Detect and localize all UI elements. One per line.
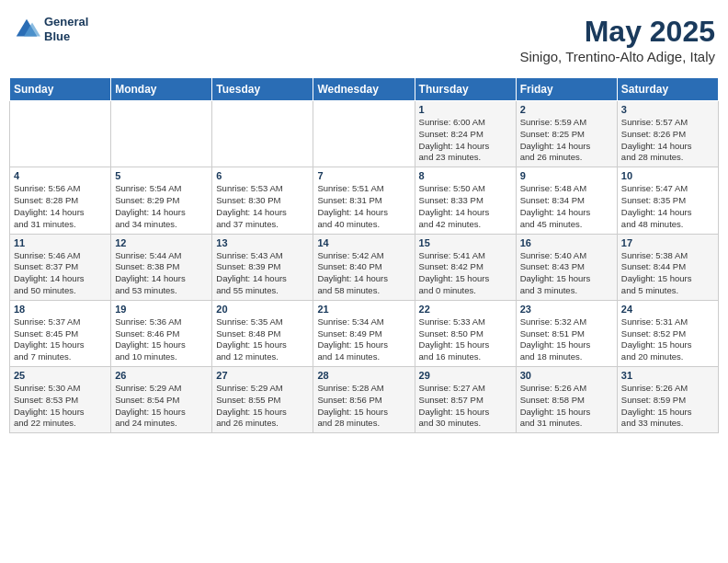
- day-info: Sunrise: 5:29 AM Sunset: 8:54 PM Dayligh…: [115, 383, 208, 430]
- day-info: Sunrise: 5:28 AM Sunset: 8:56 PM Dayligh…: [317, 383, 410, 430]
- day-cell: 8Sunrise: 5:50 AM Sunset: 8:33 PM Daylig…: [415, 167, 516, 234]
- day-cell: 9Sunrise: 5:48 AM Sunset: 8:34 PM Daylig…: [516, 167, 617, 234]
- day-info: Sunrise: 5:32 AM Sunset: 8:51 PM Dayligh…: [520, 316, 613, 363]
- day-number: 6: [216, 170, 309, 181]
- title-section: May 2025 Sinigo, Trentino-Alto Adige, It…: [519, 15, 715, 64]
- day-cell: 17Sunrise: 5:38 AM Sunset: 8:44 PM Dayli…: [617, 234, 718, 300]
- day-cell: 11Sunrise: 5:46 AM Sunset: 8:37 PM Dayli…: [10, 234, 111, 300]
- day-cell: 6Sunrise: 5:53 AM Sunset: 8:30 PM Daylig…: [212, 167, 313, 234]
- day-info: Sunrise: 5:38 AM Sunset: 8:44 PM Dayligh…: [621, 250, 714, 297]
- day-number: 14: [317, 237, 410, 248]
- day-info: Sunrise: 5:59 AM Sunset: 8:25 PM Dayligh…: [520, 117, 613, 164]
- day-info: Sunrise: 5:27 AM Sunset: 8:57 PM Dayligh…: [419, 383, 512, 430]
- day-info: Sunrise: 5:50 AM Sunset: 8:33 PM Dayligh…: [419, 183, 512, 230]
- day-info: Sunrise: 5:33 AM Sunset: 8:50 PM Dayligh…: [419, 316, 512, 363]
- day-cell: 21Sunrise: 5:34 AM Sunset: 8:49 PM Dayli…: [313, 300, 415, 366]
- day-cell: 20Sunrise: 5:35 AM Sunset: 8:48 PM Dayli…: [212, 300, 313, 366]
- day-cell: 1Sunrise: 6:00 AM Sunset: 8:24 PM Daylig…: [415, 101, 516, 167]
- day-number: 7: [317, 170, 410, 181]
- day-cell: 15Sunrise: 5:41 AM Sunset: 8:42 PM Dayli…: [415, 234, 516, 300]
- day-info: Sunrise: 5:34 AM Sunset: 8:49 PM Dayligh…: [317, 316, 410, 363]
- day-number: 20: [216, 304, 309, 315]
- day-info: Sunrise: 5:36 AM Sunset: 8:46 PM Dayligh…: [115, 316, 208, 363]
- day-cell: 10Sunrise: 5:47 AM Sunset: 8:35 PM Dayli…: [617, 167, 718, 234]
- day-info: Sunrise: 5:41 AM Sunset: 8:42 PM Dayligh…: [419, 250, 512, 297]
- day-cell: 31Sunrise: 5:26 AM Sunset: 8:59 PM Dayli…: [617, 367, 718, 433]
- day-number: 1: [419, 104, 512, 115]
- day-number: 28: [317, 370, 410, 381]
- day-number: 30: [520, 370, 613, 381]
- day-cell: 22Sunrise: 5:33 AM Sunset: 8:50 PM Dayli…: [415, 300, 516, 366]
- week-row-1: 1Sunrise: 6:00 AM Sunset: 8:24 PM Daylig…: [10, 101, 719, 167]
- day-info: Sunrise: 5:30 AM Sunset: 8:53 PM Dayligh…: [14, 383, 107, 430]
- week-row-4: 18Sunrise: 5:37 AM Sunset: 8:45 PM Dayli…: [10, 300, 719, 366]
- logo-text: General Blue: [44, 15, 88, 43]
- day-cell: 18Sunrise: 5:37 AM Sunset: 8:45 PM Dayli…: [10, 300, 111, 366]
- calendar-header: SundayMondayTuesdayWednesdayThursdayFrid…: [10, 78, 719, 101]
- day-cell: [313, 101, 415, 167]
- weekday-wednesday: Wednesday: [313, 78, 415, 101]
- day-info: Sunrise: 5:42 AM Sunset: 8:40 PM Dayligh…: [317, 250, 410, 297]
- day-info: Sunrise: 5:46 AM Sunset: 8:37 PM Dayligh…: [14, 250, 107, 297]
- day-cell: 5Sunrise: 5:54 AM Sunset: 8:29 PM Daylig…: [111, 167, 212, 234]
- day-cell: 30Sunrise: 5:26 AM Sunset: 8:58 PM Dayli…: [516, 367, 617, 433]
- day-cell: 13Sunrise: 5:43 AM Sunset: 8:39 PM Dayli…: [212, 234, 313, 300]
- weekday-row: SundayMondayTuesdayWednesdayThursdayFrid…: [10, 78, 719, 101]
- day-info: Sunrise: 5:51 AM Sunset: 8:31 PM Dayligh…: [317, 183, 410, 230]
- week-row-2: 4Sunrise: 5:56 AM Sunset: 8:28 PM Daylig…: [10, 167, 719, 234]
- day-cell: 19Sunrise: 5:36 AM Sunset: 8:46 PM Dayli…: [111, 300, 212, 366]
- day-number: 18: [14, 304, 107, 315]
- day-number: 4: [14, 170, 107, 181]
- day-number: 16: [520, 237, 613, 248]
- weekday-sunday: Sunday: [10, 78, 111, 101]
- day-cell: 27Sunrise: 5:29 AM Sunset: 8:55 PM Dayli…: [212, 367, 313, 433]
- day-number: 27: [216, 370, 309, 381]
- day-number: 3: [621, 104, 714, 115]
- logo-line1: General: [44, 15, 88, 29]
- day-number: 10: [621, 170, 714, 181]
- day-info: Sunrise: 5:35 AM Sunset: 8:48 PM Dayligh…: [216, 316, 309, 363]
- day-number: 8: [419, 170, 512, 181]
- day-cell: 7Sunrise: 5:51 AM Sunset: 8:31 PM Daylig…: [313, 167, 415, 234]
- day-cell: 28Sunrise: 5:28 AM Sunset: 8:56 PM Dayli…: [313, 367, 415, 433]
- day-info: Sunrise: 5:44 AM Sunset: 8:38 PM Dayligh…: [115, 250, 208, 297]
- day-cell: 24Sunrise: 5:31 AM Sunset: 8:52 PM Dayli…: [617, 300, 718, 366]
- day-info: Sunrise: 5:40 AM Sunset: 8:43 PM Dayligh…: [520, 250, 613, 297]
- day-number: 12: [115, 237, 208, 248]
- weekday-thursday: Thursday: [415, 78, 516, 101]
- day-cell: 23Sunrise: 5:32 AM Sunset: 8:51 PM Dayli…: [516, 300, 617, 366]
- weekday-saturday: Saturday: [617, 78, 718, 101]
- day-info: Sunrise: 5:54 AM Sunset: 8:29 PM Dayligh…: [115, 183, 208, 230]
- day-number: 11: [14, 237, 107, 248]
- weekday-tuesday: Tuesday: [212, 78, 313, 101]
- day-cell: 16Sunrise: 5:40 AM Sunset: 8:43 PM Dayli…: [516, 234, 617, 300]
- logo-line2: Blue: [44, 29, 88, 44]
- day-cell: 12Sunrise: 5:44 AM Sunset: 8:38 PM Dayli…: [111, 234, 212, 300]
- day-info: Sunrise: 5:53 AM Sunset: 8:30 PM Dayligh…: [216, 183, 309, 230]
- day-number: 26: [115, 370, 208, 381]
- day-number: 9: [520, 170, 613, 181]
- day-info: Sunrise: 5:37 AM Sunset: 8:45 PM Dayligh…: [14, 316, 107, 363]
- day-info: Sunrise: 5:47 AM Sunset: 8:35 PM Dayligh…: [621, 183, 714, 230]
- day-number: 15: [419, 237, 512, 248]
- day-number: 19: [115, 304, 208, 315]
- calendar-title: May 2025: [519, 15, 715, 49]
- day-cell: 25Sunrise: 5:30 AM Sunset: 8:53 PM Dayli…: [10, 367, 111, 433]
- week-row-3: 11Sunrise: 5:46 AM Sunset: 8:37 PM Dayli…: [10, 234, 719, 300]
- day-cell: 26Sunrise: 5:29 AM Sunset: 8:54 PM Dayli…: [111, 367, 212, 433]
- day-number: 29: [419, 370, 512, 381]
- day-number: 5: [115, 170, 208, 181]
- day-info: Sunrise: 5:56 AM Sunset: 8:28 PM Dayligh…: [14, 183, 107, 230]
- week-row-5: 25Sunrise: 5:30 AM Sunset: 8:53 PM Dayli…: [10, 367, 719, 433]
- weekday-friday: Friday: [516, 78, 617, 101]
- day-cell: 2Sunrise: 5:59 AM Sunset: 8:25 PM Daylig…: [516, 101, 617, 167]
- day-cell: 4Sunrise: 5:56 AM Sunset: 8:28 PM Daylig…: [10, 167, 111, 234]
- day-number: 24: [621, 304, 714, 315]
- day-info: Sunrise: 6:00 AM Sunset: 8:24 PM Dayligh…: [419, 117, 512, 164]
- day-info: Sunrise: 5:57 AM Sunset: 8:26 PM Dayligh…: [621, 117, 714, 164]
- calendar-subtitle: Sinigo, Trentino-Alto Adige, Italy: [519, 49, 715, 64]
- day-number: 25: [14, 370, 107, 381]
- day-cell: 3Sunrise: 5:57 AM Sunset: 8:26 PM Daylig…: [617, 101, 718, 167]
- day-cell: [10, 101, 111, 167]
- day-number: 22: [419, 304, 512, 315]
